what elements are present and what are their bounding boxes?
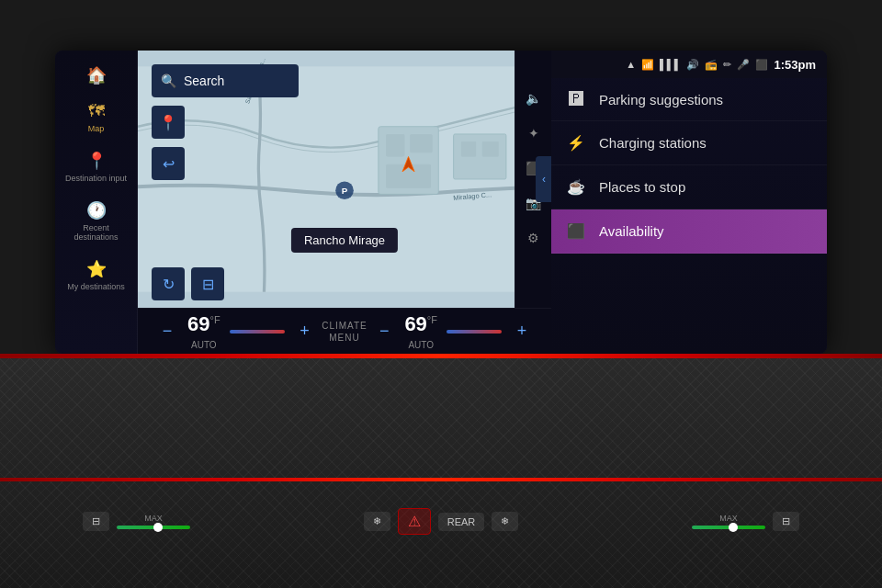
destination-icon: 📍 — [86, 151, 107, 171]
places-label: Places to stop — [599, 179, 685, 195]
sidebar-item-destination[interactable]: 📍 Destination input — [60, 143, 133, 191]
speaker-icon: 🔈 — [526, 91, 541, 106]
volume-control-button[interactable]: 🔈 — [518, 83, 549, 114]
search-icon: 🔍 — [161, 74, 176, 88]
map-refresh-button[interactable]: ↻ — [152, 267, 185, 300]
temp-slider-left[interactable] — [230, 330, 285, 334]
recent-icon: 🕐 — [86, 200, 107, 220]
max-label-right: MAX — [719, 514, 738, 523]
brightness-button[interactable]: ✦ — [518, 118, 549, 149]
bottom-controls: ⊟ MAX ❄ ⚠ REAR ❄ MAX ⊟ — [55, 496, 827, 547]
hazard-button[interactable]: ⚠ — [398, 508, 431, 535]
seat-heat-left: ⊟ MAX — [83, 512, 190, 531]
defrost-button[interactable]: ❄ — [364, 512, 390, 531]
climate-sub-label: MENU — [329, 333, 359, 343]
menu-item-places[interactable]: ☕ Places to stop — [551, 165, 827, 209]
clock: 1:53pm — [774, 58, 816, 72]
camera-icon: ⬛ — [755, 59, 768, 71]
edit-icon: ✏ — [723, 59, 731, 71]
map-route-button[interactable]: ↩ — [152, 147, 185, 180]
layers-icon: ⊟ — [202, 276, 214, 293]
sidebar-home[interactable]: 🏠 — [60, 58, 133, 93]
signal-icon: ▲ — [626, 59, 636, 70]
temp-unit-right: °F — [427, 314, 437, 325]
left-sidebar: 🏠 🗺 Map 📍 Destination input 🕐 Recent des… — [55, 51, 138, 354]
climate-label: CLIMATE — [322, 321, 368, 331]
parking-label: Parking suggestions — [599, 92, 723, 107]
mic-icon: 🎤 — [737, 59, 750, 71]
map-location-button[interactable]: 📍 — [152, 106, 185, 139]
climate-left: − 69 °F AUTO + — [156, 312, 316, 350]
sidebar-item-map[interactable]: 🗺 Map — [60, 95, 133, 141]
temp-value-left: 69 — [187, 312, 209, 336]
map-collapse-button[interactable]: ‹ — [536, 156, 551, 202]
right-panel: 🅿 Parking suggestions ⚡ Charging station… — [551, 51, 827, 354]
seat-slider-left[interactable] — [117, 526, 190, 529]
search-bar[interactable]: 🔍 Search — [152, 64, 299, 97]
rear-defrost-button[interactable]: ❄ — [492, 512, 518, 531]
svg-rect-5 — [454, 134, 506, 179]
red-trim-bottom — [0, 478, 882, 481]
map-icon: 🗺 — [88, 102, 105, 121]
location-label: Rancho Mirage — [291, 228, 398, 253]
climate-bar: − 69 °F AUTO + CLIMATE MENU − 69 °F — [138, 308, 551, 354]
sidebar-item-my-destinations[interactable]: ⭐ My destinations — [60, 252, 133, 300]
charging-label: Charging stations — [599, 135, 707, 151]
temp-slider-right[interactable] — [447, 330, 502, 334]
rear-button[interactable]: REAR — [438, 513, 485, 531]
climate-center[interactable]: CLIMATE MENU — [322, 321, 368, 343]
sidebar-mydest-label: My destinations — [67, 282, 125, 292]
sidebar-destination-label: Destination input — [65, 174, 127, 184]
menu-item-availability[interactable]: ⬛ Availability — [551, 209, 827, 254]
sidebar-map-label: Map — [88, 124, 105, 134]
rear-label: REAR — [447, 516, 476, 527]
map-area[interactable]: P Miralago C... Santa Rosa Mtn... 🔍 Sear… — [138, 51, 551, 308]
svg-text:P: P — [342, 186, 348, 196]
defrost-icon: ❄ — [373, 515, 381, 527]
brightness-icon: ✦ — [528, 126, 539, 141]
availability-label: Availability — [599, 223, 664, 239]
map-layers-button[interactable]: ⊟ — [191, 267, 224, 300]
coffee-icon: ☕ — [566, 178, 586, 196]
parking-icon: 🅿 — [566, 91, 586, 107]
seat-heat-right: MAX ⊟ — [692, 512, 799, 531]
seat-icon-right: ⊟ — [782, 515, 790, 527]
temp-decrease-left[interactable]: − — [156, 322, 178, 341]
menu-item-charging[interactable]: ⚡ Charging stations — [551, 121, 827, 165]
temp-decrease-right[interactable]: − — [373, 322, 395, 341]
location-icon: 📍 — [159, 114, 177, 131]
menu-item-parking[interactable]: 🅿 Parking suggestions — [551, 78, 827, 121]
volume-icon: 🔊 — [686, 59, 699, 71]
route-icon: ↩ — [163, 155, 175, 173]
max-label-left: MAX — [144, 514, 163, 523]
temp-auto-right: AUTO — [408, 340, 434, 350]
rear-defrost-icon: ❄ — [501, 515, 509, 527]
status-bar: ▲ 📶 ▌▌▌ 🔊 📻 ✏ 🎤 ⬛ 1:53pm — [551, 51, 827, 78]
temp-increase-right[interactable]: + — [511, 322, 533, 341]
menu-list: 🅿 Parking suggestions ⚡ Charging station… — [551, 51, 827, 354]
svg-rect-4 — [386, 164, 431, 188]
temp-value-right: 69 — [404, 312, 426, 336]
settings-bottom-button[interactable]: ⚙ — [518, 222, 549, 254]
home-icon: 🏠 — [86, 65, 107, 85]
temp-display-left: 69 °F — [187, 312, 220, 336]
hazard-icon: ⚠ — [408, 514, 421, 529]
seat-heat-right-button[interactable]: ⊟ — [773, 512, 799, 531]
temp-auto-left: AUTO — [191, 340, 217, 350]
temp-display-right: 69 °F — [404, 312, 437, 336]
seat-slider-right[interactable] — [692, 526, 765, 529]
refresh-icon: ↻ — [163, 276, 175, 293]
svg-rect-2 — [386, 134, 404, 157]
seat-icon-left: ⊟ — [92, 515, 100, 527]
wifi-icon: 📶 — [641, 59, 654, 71]
radio-icon: 📻 — [705, 59, 718, 71]
temp-increase-left[interactable]: + — [294, 322, 316, 341]
sidebar-item-recent[interactable]: 🕐 Recent destinations — [60, 193, 133, 251]
temp-unit-left: °F — [209, 314, 220, 325]
gear-icon: ⚙ — [527, 231, 539, 245]
red-trim-top — [0, 354, 882, 358]
sidebar-recent-label: Recent destinations — [65, 223, 128, 243]
svg-rect-7 — [482, 141, 499, 156]
seat-heat-left-button[interactable]: ⊟ — [83, 512, 109, 531]
hazard-controls: ❄ ⚠ REAR ❄ — [364, 508, 519, 535]
